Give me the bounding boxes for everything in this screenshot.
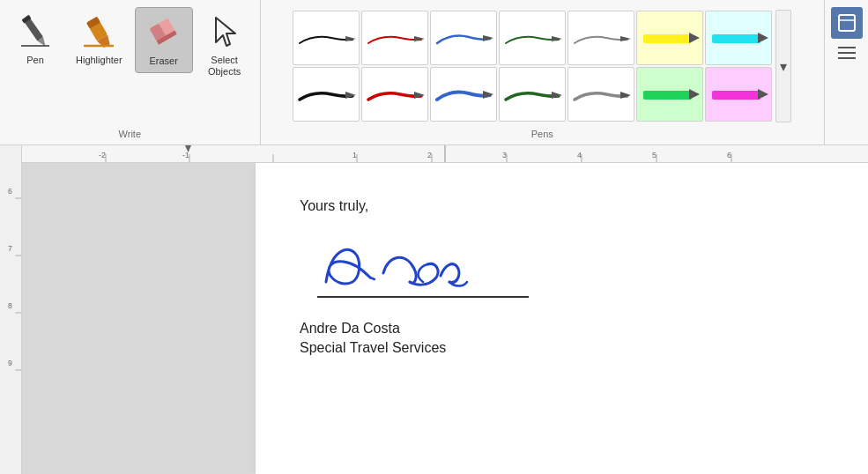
pen-blue-thin[interactable] [430, 11, 497, 65]
signature-svg [300, 225, 546, 304]
pen-black-thick[interactable] [293, 67, 360, 122]
signature-area [300, 225, 824, 307]
svg-text:1: 1 [352, 151, 357, 159]
pen-red-thin[interactable] [361, 11, 428, 65]
page: Yours truly, [256, 163, 868, 474]
vertical-ruler: 6 7 8 9 [0, 145, 22, 474]
horizontal-ruler-wrapper: -2 -1 1 2 3 4 5 6 [22, 145, 868, 474]
highlighter-icon [79, 12, 118, 51]
svg-text:5: 5 [652, 151, 657, 159]
eraser-tool-button[interactable]: Eraser [135, 7, 193, 73]
svg-rect-31 [839, 15, 855, 31]
svg-marker-21 [758, 33, 768, 43]
svg-rect-27 [643, 91, 692, 100]
svg-text:8: 8 [8, 301, 12, 310]
svg-text:7: 7 [8, 244, 12, 253]
pen-label: Pen [26, 55, 44, 66]
pen-blue-thick[interactable] [430, 67, 497, 122]
pens-section: ▾ Pens [261, 0, 824, 144]
svg-text:4: 4 [577, 151, 582, 159]
hamburger-icon [831, 42, 863, 63]
svg-rect-20 [712, 34, 760, 43]
svg-marker-19 [689, 33, 700, 43]
right-panel [824, 0, 868, 144]
pen-yellow-highlight[interactable] [636, 11, 703, 65]
pen-green2-highlight[interactable] [636, 67, 703, 122]
name-text: Andre Da Costa [300, 321, 824, 337]
pens-dropdown-button[interactable]: ▾ [775, 10, 791, 122]
highlighter-label: Highlighter [76, 55, 122, 66]
highlighter-tool-button[interactable]: Highlighter [67, 7, 131, 71]
svg-rect-29 [712, 91, 760, 100]
select-icon [205, 12, 244, 51]
pens-section-label: Pens [531, 125, 553, 144]
write-section-label: Write [119, 125, 141, 144]
svg-text:3: 3 [502, 151, 507, 159]
pen-green-thin[interactable] [499, 11, 566, 65]
svg-text:6: 6 [727, 151, 731, 159]
svg-marker-30 [758, 89, 768, 100]
pen-pink-highlight[interactable] [705, 67, 772, 122]
horizontal-ruler: -2 -1 1 2 3 4 5 6 [22, 145, 868, 163]
select-objects-tool-button[interactable]: SelectObjects [197, 7, 253, 83]
document-area: 6 7 8 9 -2 -1 1 [0, 145, 868, 474]
svg-rect-18 [643, 34, 692, 43]
svg-marker-15 [483, 35, 493, 41]
pen-cyan-highlight[interactable] [705, 11, 772, 65]
pen-tool-button[interactable]: Pen [7, 7, 63, 71]
svg-text:2: 2 [427, 151, 432, 159]
eraser-label: Eraser [149, 56, 177, 67]
company-text: Special Travel Services [300, 340, 824, 356]
pen-black-thin[interactable] [293, 11, 360, 65]
pen-gray-thin[interactable] [568, 11, 634, 65]
write-section: Pen Highlighter [0, 0, 261, 144]
yours-truly-text: Yours truly, [300, 198, 824, 214]
pen-green-thick[interactable] [499, 67, 566, 122]
right-panel-icon [831, 7, 863, 39]
svg-text:-2: -2 [99, 151, 106, 159]
write-tools: Pen Highlighter [7, 0, 253, 125]
svg-marker-24 [483, 91, 493, 99]
page-content: Yours truly, [300, 198, 824, 356]
pen-red-thick[interactable] [361, 67, 428, 122]
eraser-icon [145, 13, 183, 52]
pens-grid-container: ▾ [293, 7, 791, 125]
pens-grid [293, 11, 772, 122]
page-area: Yours truly, [22, 163, 868, 474]
toolbar: Pen Highlighter [0, 0, 868, 145]
svg-text:9: 9 [8, 359, 12, 367]
select-objects-label: SelectObjects [208, 55, 241, 78]
pen-icon [16, 12, 55, 51]
svg-text:-1: -1 [182, 151, 189, 159]
sidebar-gray [22, 163, 256, 474]
svg-marker-28 [689, 89, 700, 100]
svg-marker-12 [216, 18, 235, 46]
pen-gray-thick[interactable] [568, 67, 634, 122]
svg-text:6: 6 [8, 187, 12, 196]
